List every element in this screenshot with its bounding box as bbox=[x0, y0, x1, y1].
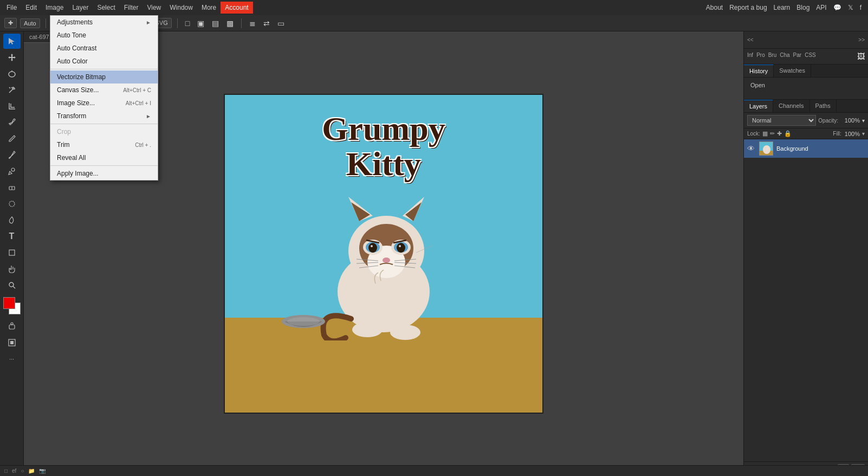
screen-mode-tool[interactable] bbox=[3, 335, 21, 350]
clone-stamp-tool[interactable] bbox=[3, 164, 21, 179]
report-bug-link[interactable]: Report a bug bbox=[729, 4, 767, 11]
distribute2-btn[interactable]: ⇄ bbox=[261, 18, 272, 29]
crop-tool[interactable] bbox=[3, 99, 21, 114]
lock-brush-icon[interactable]: ✏ bbox=[770, 130, 775, 137]
eyedropper-tool[interactable] bbox=[3, 115, 21, 130]
status-grid-icon[interactable]: □ bbox=[4, 468, 8, 474]
svg-rect-6 bbox=[9, 250, 15, 255]
mask-tool[interactable] bbox=[3, 319, 21, 334]
collapse-right-btn[interactable]: >> bbox=[858, 37, 865, 43]
par-btn[interactable]: Par bbox=[793, 52, 802, 61]
svg-rect-9 bbox=[9, 325, 15, 329]
menu-account[interactable]: Account bbox=[221, 2, 252, 14]
brush-tool[interactable] bbox=[3, 147, 21, 163]
menu-filter[interactable]: Filter bbox=[120, 2, 143, 14]
menu-file[interactable]: File bbox=[2, 2, 21, 14]
facebook-icon[interactable]: f bbox=[860, 4, 861, 11]
lasso-tool[interactable] bbox=[3, 66, 21, 81]
magic-wand-tool[interactable] bbox=[3, 82, 21, 98]
shape-tool[interactable] bbox=[3, 245, 21, 260]
dropdown-auto-tone[interactable]: Auto Tone bbox=[50, 29, 158, 42]
status-image-icon[interactable]: 📷 bbox=[39, 468, 46, 474]
align-top-btn[interactable]: ▩ bbox=[224, 18, 236, 29]
transform-btn[interactable]: ▭ bbox=[275, 18, 287, 29]
inf-btn[interactable]: Inf bbox=[747, 52, 753, 61]
menu-more[interactable]: More bbox=[197, 2, 221, 14]
dropdown-image-size[interactable]: Image Size... Alt+Ctrl + I bbox=[50, 97, 158, 110]
tab-history[interactable]: History bbox=[744, 65, 774, 77]
layer-item-background[interactable]: 👁 Background bbox=[744, 139, 868, 158]
dropdown-auto-contrast[interactable]: Auto Contrast bbox=[50, 42, 158, 55]
hand-tool[interactable] bbox=[3, 261, 21, 276]
reddit-icon[interactable]: 💬 bbox=[833, 4, 841, 11]
blur-tool[interactable] bbox=[3, 196, 21, 211]
pencil-tool[interactable] bbox=[3, 131, 21, 146]
image-info-icon[interactable]: 🖼 bbox=[857, 52, 865, 61]
align-left-btn[interactable]: □ bbox=[183, 18, 192, 29]
food-bowl bbox=[279, 305, 328, 331]
fill-arrow[interactable]: ▾ bbox=[862, 131, 865, 137]
dropdown-vectorize-bitmap[interactable]: Vectorize Bitmap bbox=[50, 70, 158, 83]
menu-window[interactable]: Window bbox=[165, 2, 197, 14]
opacity-arrow[interactable]: ▾ bbox=[862, 118, 865, 124]
lock-all-icon[interactable]: 🔒 bbox=[784, 130, 792, 137]
dropdown-auto-color[interactable]: Auto Color bbox=[50, 55, 158, 68]
move-tool-btn[interactable]: ✚ bbox=[4, 18, 17, 28]
lock-pixels-icon[interactable]: ▦ bbox=[762, 130, 768, 137]
eraser-tool[interactable] bbox=[3, 180, 21, 195]
align-center-btn[interactable]: ▣ bbox=[195, 18, 206, 29]
learn-link[interactable]: Learn bbox=[774, 4, 791, 11]
layers-panel: Layers Channels Paths Normal Opacity: 10… bbox=[744, 100, 868, 476]
zoom-tool[interactable] bbox=[3, 278, 21, 293]
dropdown-canvas-size[interactable]: Canvas Size... Alt+Ctrl + C bbox=[50, 83, 158, 97]
distribute-btn[interactable]: ≣ bbox=[247, 18, 258, 29]
canvas-image: Grumpy Kitty bbox=[224, 94, 543, 414]
layer-visibility-icon[interactable]: 👁 bbox=[747, 144, 755, 153]
dropdown-transform[interactable]: Transform ► bbox=[50, 110, 158, 123]
status-folder-icon[interactable]: 📁 bbox=[28, 468, 35, 474]
dropdown-reveal-all[interactable]: Reveal All bbox=[50, 151, 158, 164]
select-tool[interactable] bbox=[3, 34, 21, 49]
extras-tool[interactable]: ··· bbox=[3, 351, 21, 366]
twitter-icon[interactable]: 𝕏 bbox=[848, 4, 853, 11]
text-tool[interactable]: T bbox=[3, 229, 21, 244]
tab-layers[interactable]: Layers bbox=[744, 100, 773, 112]
collapse-left-btn[interactable]: << bbox=[747, 37, 754, 43]
transform-arrow: ► bbox=[146, 113, 151, 119]
svg-point-28 bbox=[399, 245, 401, 247]
tab-channels[interactable]: Channels bbox=[773, 100, 809, 112]
cha-btn[interactable]: Cha bbox=[780, 52, 789, 61]
blend-mode-select[interactable]: Normal bbox=[747, 115, 816, 126]
menu-edit[interactable]: Edit bbox=[21, 2, 41, 14]
dropdown-adjustments[interactable]: Adjustments ► bbox=[50, 16, 158, 29]
dropdown-apply-image[interactable]: Apply Image... bbox=[50, 167, 158, 180]
status-effect-icon[interactable]: ef bbox=[12, 468, 16, 474]
svg-rect-12 bbox=[10, 341, 14, 344]
foreground-color-swatch[interactable] bbox=[3, 297, 15, 309]
lock-position-icon[interactable]: ✚ bbox=[777, 130, 782, 137]
svg-point-7 bbox=[9, 282, 14, 287]
history-item-open[interactable]: Open bbox=[748, 81, 864, 89]
pen-tool[interactable] bbox=[3, 213, 21, 228]
dropdown-trim[interactable]: Trim Ctrl + . bbox=[50, 138, 158, 151]
status-circle-icon[interactable]: ○ bbox=[21, 468, 24, 474]
svg-line-8 bbox=[13, 286, 15, 288]
css-btn[interactable]: CSS bbox=[805, 52, 816, 61]
menu-view[interactable]: View bbox=[142, 2, 165, 14]
align-right-btn[interactable]: ▤ bbox=[210, 18, 221, 29]
move-tool[interactable] bbox=[3, 50, 21, 65]
bru-btn[interactable]: Bru bbox=[768, 52, 777, 61]
about-link[interactable]: About bbox=[706, 4, 723, 11]
auto-btn[interactable]: Auto bbox=[20, 18, 40, 28]
tab-swatches[interactable]: Swatches bbox=[774, 65, 811, 77]
menu-image[interactable]: Image bbox=[41, 2, 68, 14]
tab-paths[interactable]: Paths bbox=[810, 100, 837, 112]
toolbar-sep-1 bbox=[46, 18, 46, 28]
api-link[interactable]: API bbox=[816, 4, 826, 11]
svg-point-2 bbox=[11, 168, 15, 171]
pro-btn[interactable]: Pro bbox=[756, 52, 765, 61]
menu-layer[interactable]: Layer bbox=[68, 2, 93, 14]
blog-link[interactable]: Blog bbox=[796, 4, 809, 11]
menu-select[interactable]: Select bbox=[93, 2, 119, 14]
opacity-value: 100% bbox=[840, 117, 860, 124]
